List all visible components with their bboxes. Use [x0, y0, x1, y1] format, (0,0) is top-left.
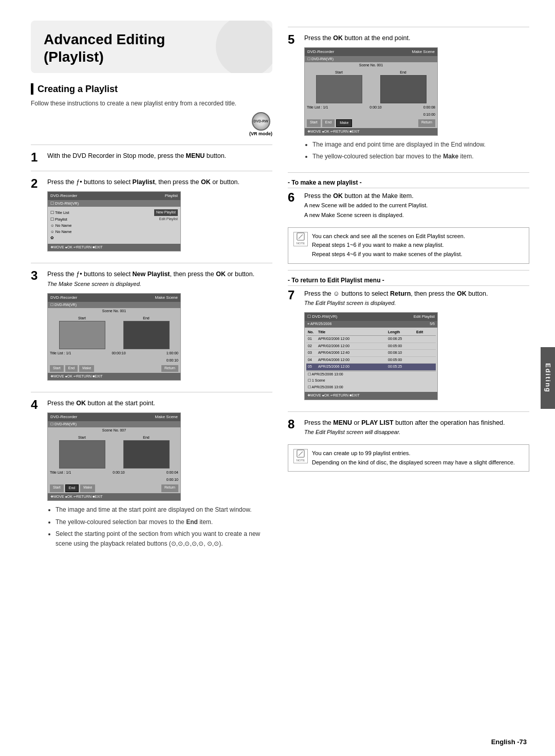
note-pencil-icon	[296, 232, 305, 241]
divider-r2	[288, 270, 529, 271]
step-8-number: 8	[288, 418, 300, 430]
note-2-text: You can check and see all the scenes on …	[312, 232, 524, 259]
ms-footer-1: ❖MOVE ●OK ↩RETURN ■EXIT	[48, 373, 180, 381]
ms-buttons-2: Start End Make Return	[48, 483, 180, 493]
bullet-2: The yellow-coloured selection bar moves …	[55, 517, 272, 527]
ep-row-1: 01 APR/02/2006 12:00 00:06:25	[306, 336, 436, 343]
start-thumb-2	[59, 440, 105, 469]
step-1: 1 With the DVD Recorder in Stop mode, pr…	[31, 151, 272, 164]
screen-make-scene-1: DVD-Recorder Make Scene ☐ DVD-RW(VR) Sce…	[47, 293, 181, 381]
step-4-number: 4	[31, 399, 43, 411]
btn-start-3[interactable]: Start	[307, 119, 321, 127]
start-thumb	[59, 321, 105, 349]
ms-buttons-3: Start End Make Return	[305, 118, 437, 128]
btn-end-2[interactable]: End	[65, 484, 79, 492]
screen-make-scene-2: DVD-Recorder Make Scene ☐ DVD-RW(VR) Sce…	[47, 412, 181, 501]
ep-info-1: ☐ APR/25/2006 13:00	[306, 371, 436, 378]
section-title: Creating a Playlist	[38, 84, 118, 95]
btn-return-3[interactable]: Return	[418, 119, 435, 127]
screen-row-4: ☺ No Name	[50, 229, 178, 235]
ep-info-2: ☐ 1 Scene	[306, 377, 436, 384]
ms-header-3: DVD-Recorder Make Scene	[305, 48, 437, 56]
divider-r0	[288, 27, 529, 27]
title-time-row-3: Title List : 1/1 0:00:10 0:00:08	[305, 104, 437, 111]
bullet-3: Select the starting point of the section…	[55, 529, 272, 549]
end-thumb-2	[123, 440, 170, 469]
note-4-text: You can create up to 99 playlist entries…	[312, 449, 524, 467]
step-1-number: 1	[31, 151, 43, 164]
btn-return-1[interactable]: Return	[161, 365, 178, 372]
dvd-badge: DVD-RW (VR mode)	[249, 112, 272, 137]
ep-header: ☐ DVD-RW(VR) Edit Playlist	[305, 313, 437, 321]
step-3-number: 3	[31, 269, 43, 282]
step-7-number: 7	[288, 289, 300, 301]
step-2-content: Press the ƒ• buttons to select Playlist,…	[47, 177, 272, 256]
step-3: 3 Press the ƒ• buttons to select New Pla…	[31, 269, 272, 385]
bullet-1: The image and time at the start point ar…	[55, 505, 272, 515]
ms-header-2: DVD-Recorder Make Scene	[48, 413, 180, 421]
btn-return-2[interactable]: Return	[161, 484, 178, 492]
divider-r1	[288, 172, 529, 173]
title-time-row-2: Title List : 1/1 0:00:10 0:00:04	[48, 470, 180, 476]
ep-body: No. Title Length Edit 01 APR/02/2006 12:…	[305, 328, 437, 392]
ep-subheader: ≡ APR/25/2006 5/5	[305, 321, 437, 328]
ms-footer-3: ❖MOVE ●OK ↩RETURN ■EXIT	[305, 128, 437, 136]
btn-start-1[interactable]: Start	[50, 365, 64, 372]
screen-1-footer: ❖MOVE ●OK ↩RETURN ■EXIT	[48, 244, 180, 251]
edit-playlist-screen: ☐ DVD-RW(VR) Edit Playlist ≡ APR/25/2006…	[304, 312, 438, 400]
screen-row-5: ✿	[50, 235, 178, 241]
ms-subheader-3: ☐ DVD-RW(VR)	[305, 56, 437, 63]
screen-1-subheader: ☐ DVD-RW(VR)	[48, 200, 180, 207]
page-title: Advanced Editing (Playlist)	[44, 31, 260, 65]
editing-tab: Editing	[541, 347, 555, 409]
btn-end-3[interactable]: End	[322, 119, 335, 127]
side-tab-label: Editing	[544, 363, 552, 393]
page-title-box: Advanced Editing (Playlist)	[31, 21, 272, 73]
screen-playlist-menu: DVD-Recorder Playlist ☐ DVD-RW(VR) ☐ Tit…	[47, 191, 181, 251]
divider-1	[31, 145, 272, 145]
btn-make-1[interactable]: Make	[79, 365, 94, 372]
step-4-content: Press the OK button at the start point. …	[47, 399, 272, 552]
step-5: 5 Press the OK button at the end point. …	[288, 33, 529, 165]
ep-row-4: 04 APR/04/2006 12:00 00:05:00	[306, 357, 436, 364]
page-container: Editing Advanced Editing (Playlist) Crea…	[0, 0, 555, 756]
screen-row-3: ☺ No Name	[50, 223, 178, 228]
step-8-content: Press the MENU or PLAY LIST button after…	[304, 418, 529, 438]
end-thumb	[123, 321, 170, 349]
ms-footer-2: ❖MOVE ●OK ↩RETURN ■EXIT	[48, 493, 180, 501]
note-box-2: NOTE You can check and see all the scene…	[288, 227, 529, 264]
divider-r3	[288, 411, 529, 412]
btn-end-1[interactable]: End	[65, 365, 78, 372]
left-column: Advanced Editing (Playlist) Creating a P…	[31, 21, 272, 735]
note-box-4: NOTE You can create up to 99 playlist en…	[288, 444, 529, 472]
ep-info-3: ☐ APR/25/2006 13:00	[306, 384, 436, 391]
step-2: 2 Press the ƒ• buttons to select Playlis…	[31, 177, 272, 256]
ms-header-1: DVD-Recorder Make Scene	[48, 294, 180, 302]
ms-subheader-2: ☐ DVD-RW(VR)	[48, 421, 180, 428]
ms-timebar-3: 0:10:00	[305, 111, 437, 119]
step-8: 8 Press the MENU or PLAY LIST button aft…	[288, 418, 529, 438]
scene-label-3: Scene No. 001	[305, 62, 437, 69]
step-3-content: Press the ƒ• buttons to select New Playl…	[47, 269, 272, 385]
note-pencil-icon-4	[296, 449, 305, 458]
screen-1-header: DVD-Recorder Playlist	[48, 192, 180, 200]
scene-thumbs-1: Start End	[48, 315, 180, 351]
ms-timebar-2: 0:00:10	[48, 476, 180, 484]
btn-make-2[interactable]: Make	[80, 484, 95, 492]
screen-row-2: ☐ Playlist Edit Playlist	[50, 217, 178, 222]
page-footer: English -73	[491, 738, 527, 746]
step-6-content: Press the OK button at the Make item. A …	[304, 191, 529, 220]
step-6-number: 6	[288, 191, 300, 204]
divider-3	[31, 263, 272, 263]
btn-make-3[interactable]: Make	[336, 119, 352, 127]
scene-label-1: Scene No. 001	[48, 308, 180, 315]
step-2-number: 2	[31, 177, 43, 190]
btn-start-2[interactable]: Start	[50, 484, 64, 492]
end-thumb-3	[380, 75, 427, 103]
step-6: 6 Press the OK button at the Make item. …	[288, 191, 529, 220]
step-4: 4 Press the OK button at the start point…	[31, 399, 272, 552]
note-icon-2: NOTE	[293, 232, 308, 246]
ep-nav-footer: ❖MOVE ●OK ↩RETURN ■EXIT	[305, 392, 437, 400]
step-5-number: 5	[288, 33, 300, 46]
heading-bar	[31, 83, 33, 95]
